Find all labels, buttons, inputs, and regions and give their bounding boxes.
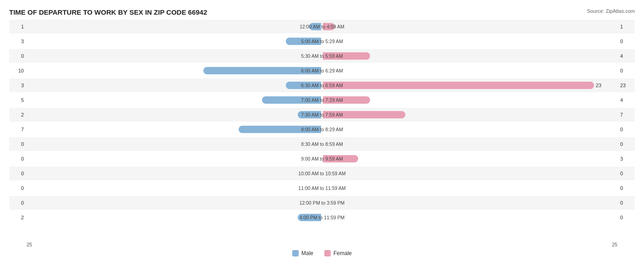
male-bar bbox=[239, 126, 321, 133]
male-bar-container bbox=[27, 184, 322, 192]
male-swatch bbox=[292, 250, 299, 256]
bars-wrapper: 9:00 AM to 9:59 AM bbox=[27, 152, 617, 166]
right-value: 0 bbox=[617, 39, 635, 44]
right-value: 0 bbox=[617, 141, 635, 147]
chart-row: 0 5:30 AM to 5:59 AM 4 bbox=[9, 49, 635, 63]
left-value: 3 bbox=[9, 83, 27, 88]
male-bar-container bbox=[27, 22, 322, 31]
chart-title: TIME OF DEPARTURE TO WORK BY SEX IN ZIP … bbox=[9, 8, 635, 16]
female-bar-container: 23 bbox=[322, 81, 617, 89]
right-value: 0 bbox=[617, 127, 635, 132]
axis-labels: 25 25 bbox=[9, 242, 635, 247]
left-value: 10 bbox=[9, 68, 27, 73]
legend-male: Male bbox=[292, 250, 313, 256]
left-value: 0 bbox=[9, 185, 27, 191]
left-value: 2 bbox=[9, 215, 27, 220]
male-bar-container bbox=[27, 96, 322, 104]
chart-row: 1 12:00 AM to 4:59 AM 1 bbox=[9, 20, 635, 33]
male-bar-container bbox=[27, 199, 322, 207]
right-value: 0 bbox=[617, 171, 635, 176]
bars-wrapper: 7:30 AM to 7:59 AM bbox=[27, 108, 617, 122]
female-bar-container bbox=[322, 111, 617, 119]
male-bar bbox=[203, 67, 321, 74]
male-bar bbox=[262, 96, 321, 104]
right-value: 0 bbox=[617, 215, 635, 220]
legend: Male Female bbox=[9, 250, 635, 256]
chart-row: 3 5:00 AM to 5:29 AM 0 bbox=[9, 34, 635, 48]
male-bar-container bbox=[27, 37, 322, 45]
left-value: 1 bbox=[9, 24, 27, 29]
female-bar-container bbox=[322, 37, 617, 45]
chart-row: 0 12:00 PM to 3:59 PM 0 bbox=[9, 196, 635, 210]
source-label: Source: ZipAtlas.com bbox=[587, 8, 635, 14]
chart-row: 0 8:30 AM to 8:59 AM 0 bbox=[9, 137, 635, 151]
male-bar-container bbox=[27, 67, 322, 75]
female-bar bbox=[323, 155, 358, 162]
chart-row: 0 10:00 AM to 10:59 AM 0 bbox=[9, 167, 635, 180]
male-bar bbox=[286, 38, 321, 45]
male-bar bbox=[286, 82, 321, 89]
chart-row: 0 9:00 AM to 9:59 AM 3 bbox=[9, 152, 635, 166]
female-bar-container bbox=[322, 125, 617, 134]
female-bar bbox=[323, 111, 405, 118]
bars-wrapper: 12:00 AM to 4:59 AM bbox=[27, 20, 617, 33]
right-value: 3 bbox=[617, 156, 635, 162]
female-label: Female bbox=[333, 250, 352, 256]
chart-area: 1 12:00 AM to 4:59 AM 1 3 5:00 AM to 5:2… bbox=[9, 20, 635, 241]
bars-wrapper: 6:30 AM to 6:59 AM 23 bbox=[27, 78, 617, 92]
bars-wrapper: 11:00 AM to 11:59 AM bbox=[27, 181, 617, 195]
bars-wrapper: 12:00 PM to 3:59 PM bbox=[27, 196, 617, 210]
male-bar-container bbox=[27, 125, 322, 134]
male-bar bbox=[298, 111, 321, 118]
left-value: 5 bbox=[9, 97, 27, 103]
axis-right: 25 bbox=[612, 242, 617, 247]
left-value: 0 bbox=[9, 53, 27, 59]
bars-wrapper: 4:00 PM to 11:59 PM bbox=[27, 211, 617, 224]
right-value: 4 bbox=[617, 53, 635, 59]
bars-wrapper: 8:30 AM to 8:59 AM bbox=[27, 137, 617, 151]
left-value: 0 bbox=[9, 171, 27, 176]
male-bar-container bbox=[27, 111, 322, 119]
right-value: 7 bbox=[617, 112, 635, 117]
right-value: 0 bbox=[617, 185, 635, 191]
male-bar bbox=[309, 23, 321, 30]
chart-row: 10 6:00 AM to 6:29 AM 0 bbox=[9, 64, 635, 78]
female-bar-container bbox=[322, 140, 617, 148]
left-value: 0 bbox=[9, 156, 27, 162]
chart-row: 2 7:30 AM to 7:59 AM 7 bbox=[9, 108, 635, 122]
legend-female: Female bbox=[324, 250, 352, 256]
male-bar-container bbox=[27, 213, 322, 222]
female-bar-container bbox=[322, 169, 617, 178]
bars-wrapper: 5:30 AM to 5:59 AM bbox=[27, 49, 617, 63]
female-bar bbox=[323, 82, 594, 89]
axis-left: 25 bbox=[27, 242, 32, 247]
male-bar-container bbox=[27, 140, 322, 148]
right-value: 0 bbox=[617, 68, 635, 73]
bars-wrapper: 5:00 AM to 5:29 AM bbox=[27, 34, 617, 48]
right-value: 23 bbox=[617, 83, 635, 88]
left-value: 7 bbox=[9, 127, 27, 132]
right-value: 4 bbox=[617, 97, 635, 103]
left-value: 0 bbox=[9, 200, 27, 206]
bars-wrapper: 7:00 AM to 7:29 AM bbox=[27, 93, 617, 107]
female-outlier-label: 23 bbox=[594, 83, 601, 88]
female-bar bbox=[323, 52, 370, 60]
female-bar bbox=[323, 96, 370, 104]
left-value: 2 bbox=[9, 112, 27, 117]
female-bar-container bbox=[322, 199, 617, 207]
bars-wrapper: 8:00 AM to 8:29 AM bbox=[27, 123, 617, 136]
male-bar-container bbox=[27, 169, 322, 178]
left-value: 3 bbox=[9, 39, 27, 44]
right-value: 1 bbox=[617, 24, 635, 29]
male-bar-container bbox=[27, 81, 322, 89]
male-bar bbox=[298, 214, 321, 221]
chart-row: 2 4:00 PM to 11:59 PM 0 bbox=[9, 211, 635, 224]
chart-row: 7 8:00 AM to 8:29 AM 0 bbox=[9, 123, 635, 136]
female-bar-container bbox=[322, 213, 617, 222]
chart-row: 3 6:30 AM to 6:59 AM 23 23 bbox=[9, 78, 635, 92]
bars-wrapper: 6:00 AM to 6:29 AM bbox=[27, 64, 617, 78]
female-bar bbox=[323, 23, 335, 30]
female-bar-container bbox=[322, 155, 617, 163]
chart-container: TIME OF DEPARTURE TO WORK BY SEX IN ZIP … bbox=[0, 0, 644, 273]
male-label: Male bbox=[301, 250, 313, 256]
